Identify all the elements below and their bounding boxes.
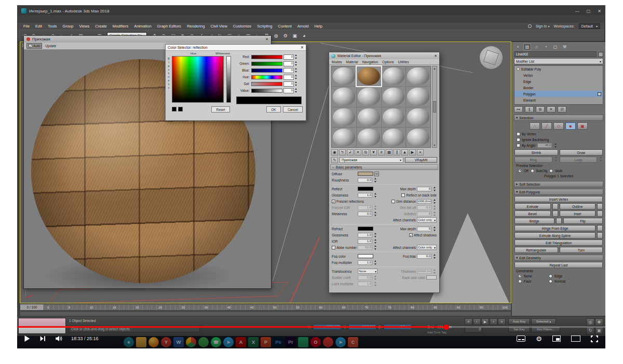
material-id-icon[interactable]: # (378, 149, 385, 156)
app-icon-chrome[interactable] (186, 337, 196, 347)
material-editor-menu-item[interactable]: Material (346, 60, 358, 64)
theater-mode-icon[interactable] (571, 335, 580, 342)
modifier-stack[interactable]: Editable Poly Vertex Edge Border Polygon… (514, 65, 603, 105)
go-to-sibling-icon[interactable]: ▶ (409, 149, 416, 156)
channel-value-input[interactable]: 0 (283, 75, 294, 80)
channel-value-input[interactable]: 0 (283, 61, 294, 66)
render-icon[interactable]: ◕ (300, 31, 308, 40)
extrude-spline-settings-icon[interactable] (597, 232, 603, 239)
extrude-button[interactable]: Extrude (514, 203, 551, 209)
color-selector-close-icon[interactable]: ✕ (301, 45, 304, 50)
menu-item[interactable]: Help (314, 24, 322, 29)
refract-max-depth-input[interactable]: 5 (417, 227, 431, 231)
reflect-glossiness-input[interactable]: 1,0 (358, 193, 372, 198)
edit-geometry-rollout-header[interactable]: ▾Edit Geometry (514, 255, 603, 261)
workspaces-dropdown[interactable]: Default (579, 23, 600, 29)
tab-motion-icon[interactable]: ◔ (542, 44, 550, 50)
options-icon[interactable]: ≡ (417, 149, 424, 156)
material-sample-slot[interactable] (332, 128, 356, 147)
go-to-parent-icon[interactable]: ▲ (401, 149, 408, 156)
material-name-dropdown[interactable]: Прихожая (340, 157, 403, 163)
material-sample-slot[interactable] (357, 128, 381, 147)
color-selector-title-bar[interactable]: Color Selector: reflection ✕ (166, 45, 306, 51)
app-icon-chromium[interactable]: C (348, 337, 358, 347)
edit-polygons-rollout-header[interactable]: ▾Edit Polygons (514, 189, 603, 195)
material-sample-slot[interactable] (382, 66, 406, 86)
app-icon-green[interactable] (198, 337, 209, 347)
by-vertex-checkbox[interactable] (517, 132, 520, 136)
material-sample-slot[interactable] (357, 87, 381, 106)
affect-channels-refract-dropdown[interactable]: Color only (417, 245, 437, 250)
extrude-settings-icon[interactable] (552, 203, 558, 209)
hinge-from-edge-button[interactable]: Hinge From Edge (514, 225, 595, 231)
object-color-swatch[interactable] (598, 52, 603, 57)
refract-glossiness-input[interactable]: 1,0 (358, 233, 372, 237)
app-icon-acrobat[interactable]: A (236, 337, 246, 347)
material-sample-slot[interactable] (332, 66, 356, 86)
subtitles-icon[interactable] (517, 335, 525, 342)
modifier-list-dropdown[interactable]: Modifier List (514, 58, 603, 64)
miniplayer-icon[interactable] (552, 335, 561, 342)
menu-item[interactable]: Civil View (210, 24, 227, 29)
menu-item[interactable]: File (23, 24, 30, 29)
app-icon-premiere[interactable]: Pr (286, 337, 296, 347)
channel-gradient-slider[interactable] (251, 62, 282, 66)
channel-spinner[interactable] (294, 88, 298, 93)
scroll-down-icon[interactable]: ▼ (434, 144, 436, 147)
fog-multiplier-input[interactable]: 1,0 (358, 260, 372, 265)
reset-map-icon[interactable]: ✕ (355, 149, 361, 156)
material-editor-icon[interactable]: ◍ (272, 31, 280, 40)
constraint-normal-radio[interactable] (549, 279, 552, 283)
reflect-back-checkbox[interactable] (401, 193, 405, 197)
turn-button[interactable]: Turn (560, 247, 603, 253)
metalness-input[interactable]: 0,0 (358, 212, 372, 216)
ring-button[interactable]: Ring (514, 157, 552, 163)
channel-spinner[interactable] (294, 68, 298, 73)
constraint-none-radio[interactable] (518, 274, 522, 278)
grow-button[interactable]: Grow (560, 149, 603, 156)
flip-button[interactable]: Flip (563, 218, 603, 224)
preview-subobj-radio[interactable] (531, 169, 534, 173)
channel-gradient-slider[interactable] (251, 55, 282, 59)
tab-hierarchy-icon[interactable]: ⌂ (533, 44, 540, 50)
tab-modify-icon[interactable]: ▨ (523, 44, 531, 50)
app-icon-word[interactable]: W (173, 337, 184, 347)
basic-parameters-rollout[interactable]: −Basic parameters (330, 164, 438, 170)
channel-gradient-slider[interactable] (251, 68, 282, 73)
edit-triangulation-button[interactable]: Edit Triangulation (514, 240, 603, 246)
zoom-icon[interactable]: ◎ (586, 318, 594, 326)
app-icon-yandex[interactable]: Y (161, 337, 171, 347)
soft-selection-rollout-header[interactable]: ▸Soft Selection (514, 181, 603, 187)
show-end-result-icon[interactable]: ∥ (525, 106, 534, 113)
settings-icon[interactable]: ⚙ (536, 335, 542, 343)
constraint-edge-radio[interactable] (549, 274, 552, 278)
repeat-last-button[interactable]: Repeat Last (514, 262, 603, 268)
auto-key-button[interactable]: Auto Key (508, 318, 530, 325)
channel-value-input[interactable]: 0 (283, 68, 294, 73)
remove-modifier-icon[interactable]: ✕ (547, 106, 556, 113)
sample-slots-scrollbar[interactable]: ▲ ▼ (432, 66, 437, 148)
go-to-start-button[interactable]: « (465, 318, 472, 325)
inset-button[interactable]: Inset (560, 211, 596, 217)
stack-item-editable-poly[interactable]: Editable Poly (514, 66, 603, 72)
next-frame-button[interactable]: › (490, 318, 497, 325)
render-window-title-bar[interactable]: Прихожая ✕ (24, 36, 271, 43)
vertex-subobject-icon[interactable]: ∴ (530, 122, 540, 130)
material-editor-title-bar[interactable]: Material Editor - Прихожая ✕ (329, 52, 439, 59)
fresnel-checkbox[interactable]: ✓ (332, 200, 335, 203)
insert-vertex-button[interactable]: Insert Vertex (514, 196, 603, 202)
cancel-button[interactable]: Cancel (283, 106, 303, 113)
scatter-coeff-input[interactable]: 0,0 (358, 275, 372, 280)
show-in-viewport-icon[interactable]: ▦ (386, 149, 392, 156)
outline-button[interactable]: Outline (560, 203, 596, 209)
material-editor-menu-item[interactable]: Options (382, 60, 394, 64)
previous-frame-button[interactable]: ‹ (473, 318, 481, 325)
dim-distance-input[interactable]: 1000,0mm (417, 199, 431, 204)
go-to-end-button[interactable]: » (498, 318, 506, 325)
extrude-along-spline-button[interactable]: Extrude Along Spline (514, 232, 595, 239)
menu-item[interactable]: Views (79, 24, 89, 29)
roughness-input[interactable]: 0,0 (358, 178, 372, 183)
channel-spinner[interactable] (294, 54, 298, 59)
light-multiplier-input[interactable]: 1,0 (358, 282, 372, 286)
rendered-frame-icon[interactable]: ▣ (290, 31, 299, 40)
